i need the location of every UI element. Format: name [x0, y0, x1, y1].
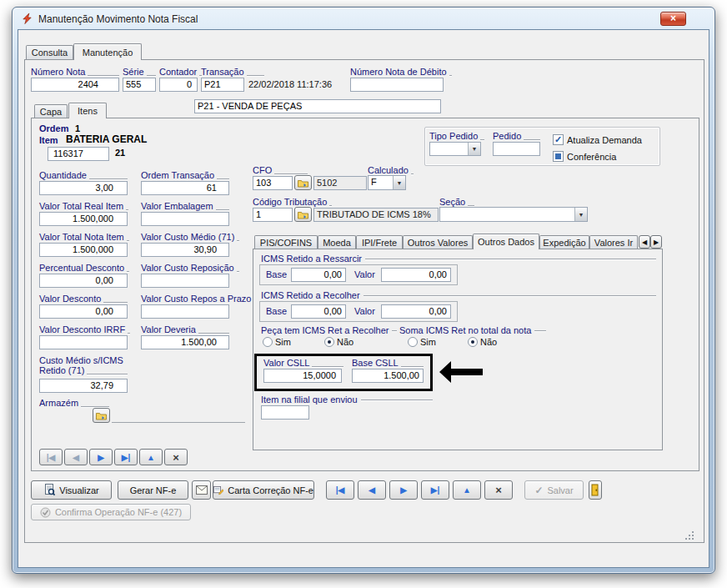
- ordem-transacao-field[interactable]: 61: [141, 181, 229, 195]
- valor-total-nota-field[interactable]: 1.500,000: [39, 243, 128, 257]
- item-nav-prev-button[interactable]: ◀: [64, 449, 88, 465]
- item-nav-next-button[interactable]: ▶: [89, 449, 113, 465]
- title-bar[interactable]: Manutenção Movimento Nota Fiscal: [13, 8, 714, 30]
- check-icon: ✓: [554, 135, 562, 144]
- annotation-arrow-left-icon: [439, 359, 483, 384]
- filled-square-state: [555, 153, 561, 159]
- item-filial-field[interactable]: [261, 405, 309, 420]
- tab-itens[interactable]: Itens: [68, 103, 107, 118]
- codigo-tributacao-field[interactable]: 1: [253, 208, 293, 222]
- valor-custo-reposicao-field[interactable]: [141, 274, 229, 288]
- tipo-pedido-select[interactable]: ▼: [429, 142, 481, 156]
- tab-pis-cofins[interactable]: PIS/COFINS: [254, 235, 318, 249]
- confirma-operacao-button[interactable]: Confirma Operação NF-e (427): [31, 504, 191, 520]
- tab-capa[interactable]: Capa: [34, 104, 68, 118]
- chevron-down-icon[interactable]: ▼: [468, 143, 480, 155]
- tab-manutencao[interactable]: Manutenção: [73, 43, 142, 60]
- folder-browse-icon: [298, 210, 308, 219]
- tab-moeda[interactable]: Moeda: [318, 235, 356, 249]
- soma-nao-radio[interactable]: [468, 337, 478, 347]
- peca-sim-radio[interactable]: [263, 337, 273, 347]
- calculado-select[interactable]: F ▼: [368, 175, 406, 190]
- peca-nao-radio[interactable]: [324, 337, 334, 347]
- record-nav-first-button[interactable]: |◀: [326, 480, 354, 500]
- tab-outros-valores[interactable]: Outros Valores: [403, 235, 473, 249]
- atualiza-demanda-checkbox[interactable]: ✓: [553, 134, 564, 145]
- serie-label: Série: [123, 67, 156, 77]
- item-nav-first-button[interactable]: |◀: [39, 449, 63, 465]
- chevron-down-icon[interactable]: ▼: [393, 176, 405, 189]
- ressarcir-base-label: Base: [266, 269, 287, 279]
- cfo-browse-button[interactable]: [294, 175, 312, 190]
- tab-expedicao[interactable]: Expedição: [539, 235, 589, 249]
- chevron-down-icon[interactable]: ▼: [574, 208, 587, 221]
- desktop: Manutenção Movimento Nota Fiscal × Consu…: [0, 0, 727, 588]
- item-codigo-field[interactable]: 116317: [48, 147, 109, 161]
- valor-custo-medio-field[interactable]: 30,90: [141, 243, 229, 257]
- record-nav-next-button[interactable]: ▶: [389, 480, 418, 500]
- record-nav-last-button[interactable]: ▶|: [421, 480, 449, 500]
- tab-consulta[interactable]: Consulta: [26, 45, 73, 59]
- tributacao-browse-button[interactable]: [294, 207, 312, 222]
- salvar-button[interactable]: ✓ Salvar: [524, 480, 584, 500]
- armazem-browse-button[interactable]: [93, 408, 110, 423]
- tab-scroll-right-button[interactable]: ▶: [650, 235, 662, 249]
- gerar-nfe-button[interactable]: Gerar NF-e: [118, 480, 188, 500]
- serie-field[interactable]: 555: [123, 78, 156, 92]
- item-nav-cancel-button[interactable]: ×: [164, 449, 188, 465]
- pedido-field[interactable]: [493, 142, 540, 156]
- secao-label: Seção: [439, 197, 474, 207]
- valor-desconto-irrf-field[interactable]: [39, 335, 128, 349]
- contador-field[interactable]: 0: [159, 78, 198, 92]
- item-label: Item: [39, 135, 58, 145]
- valor-total-real-field[interactable]: 1.500,000: [39, 212, 128, 226]
- recolher-base-field[interactable]: 0,00: [291, 304, 346, 319]
- base-csll-field[interactable]: 1.500,00: [352, 369, 424, 383]
- resize-grip[interactable]: [684, 530, 695, 541]
- valor-embalagem-field[interactable]: [141, 212, 229, 226]
- tab-outros-dados[interactable]: Outros Dados: [473, 234, 539, 249]
- ordem-label: Ordem: [39, 123, 68, 133]
- carta-correcao-button[interactable]: Carta Correção NF-e: [213, 480, 314, 500]
- exit-door-icon: [591, 484, 599, 496]
- close-button[interactable]: ×: [660, 12, 686, 26]
- recolher-valor-field[interactable]: 0,00: [381, 304, 451, 319]
- transacao-field[interactable]: P21: [201, 78, 244, 92]
- salvar-label: Salvar: [547, 485, 573, 495]
- secao-select[interactable]: ▼: [439, 207, 588, 222]
- numero-nota-field[interactable]: 2404: [31, 78, 119, 92]
- recolher-base-label: Base: [266, 306, 287, 316]
- percentual-desconto-field[interactable]: 0,00: [39, 274, 128, 288]
- cfo-label: CFO: [253, 165, 308, 175]
- valor-csll-field[interactable]: 15,0000: [263, 369, 342, 383]
- custo-medio-field[interactable]: 32,79: [39, 379, 128, 393]
- valor-deveria-field[interactable]: 1.500,00: [141, 335, 229, 349]
- nota-debito-field[interactable]: [350, 78, 444, 92]
- tab-valores-irmaos[interactable]: Valores Ir: [589, 235, 638, 249]
- soma-sim-radio[interactable]: [408, 337, 418, 347]
- quantidade-label: Quantidade: [39, 170, 128, 180]
- valor-custo-repos-prazo-field[interactable]: [141, 304, 229, 319]
- record-nav-cancel-button[interactable]: ×: [484, 480, 513, 500]
- enviar-email-nfe-button[interactable]: [192, 480, 211, 500]
- ressarcir-base-field[interactable]: 0,00: [291, 268, 346, 282]
- sair-button[interactable]: [589, 480, 602, 500]
- item-nav-last-button[interactable]: ▶|: [114, 449, 138, 465]
- tab-ipi-frete[interactable]: IPI/Frete: [356, 235, 403, 249]
- tab-scroll-left-button[interactable]: ◀: [639, 235, 650, 249]
- letter-pencil-icon: [213, 485, 223, 495]
- record-nav-prev-button[interactable]: ◀: [358, 480, 386, 500]
- record-nav-confirm-button[interactable]: ▲: [453, 480, 481, 500]
- valor-deveria-label: Valor Deveria: [141, 324, 229, 334]
- visualizar-button[interactable]: Visualizar: [31, 480, 112, 500]
- cfo-field[interactable]: 103: [253, 176, 293, 190]
- conferencia-checkbox[interactable]: [553, 151, 564, 162]
- item-nav-confirm-button[interactable]: ▲: [139, 449, 163, 465]
- valor-desconto-field[interactable]: 0,00: [39, 304, 128, 319]
- custo-medio-label-l1: Custo Médio s/ICMS: [39, 355, 123, 365]
- peca-icms-group-label: Peça tem ICMS Ret a Recolher: [261, 325, 393, 335]
- client-area: Consulta Manutenção Número Nota Série Co…: [18, 29, 709, 568]
- ressarcir-valor-field[interactable]: 0,00: [381, 268, 451, 282]
- up-triangle-icon: ▲: [147, 453, 155, 462]
- quantidade-field[interactable]: 3,00: [39, 181, 128, 195]
